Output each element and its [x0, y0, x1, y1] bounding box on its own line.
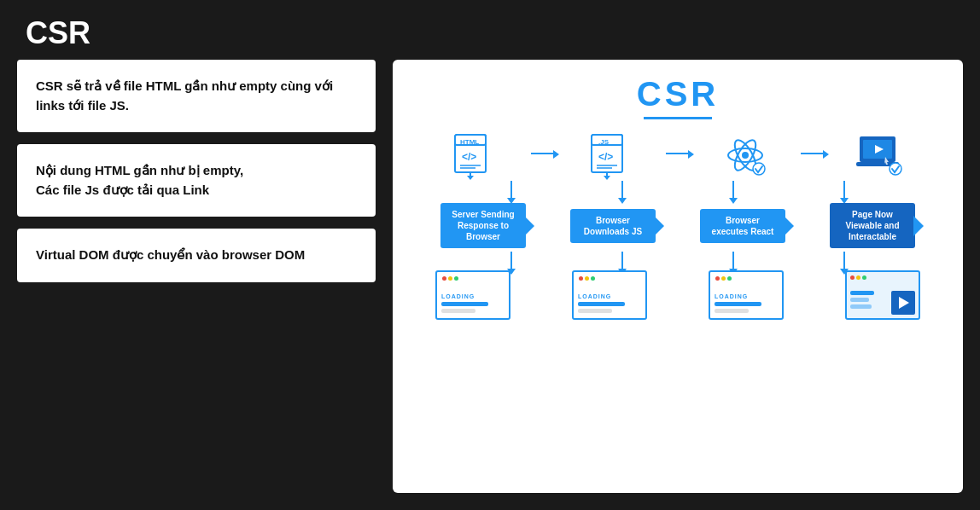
info-card-1: CSR sẽ trả về file HTML gần như empty cù… — [17, 60, 376, 132]
down-arrow-6 — [621, 252, 623, 270]
dot-red-1 — [442, 276, 446, 281]
dot-red-2 — [579, 276, 583, 281]
down-arrows-row2 — [401, 252, 954, 270]
loading-bars-2: LOADING — [578, 292, 641, 313]
final-dot-red — [850, 275, 855, 280]
dot-green-1 — [454, 276, 458, 281]
final-box — [845, 270, 920, 320]
final-col — [827, 270, 938, 320]
loading-box-2: LOADING — [572, 270, 647, 320]
diagram-area: HTML </> .JS — [401, 133, 954, 320]
final-box-lines — [850, 291, 888, 309]
spacer2 — [567, 181, 678, 200]
down-arrow-7 — [732, 252, 734, 270]
step-box-4-text: Page Now Viewable and Interactable — [845, 210, 899, 241]
final-line-1 — [850, 291, 874, 295]
loading-bar-blue-1 — [441, 302, 488, 306]
loading-row: LOADING — [401, 270, 954, 320]
step-col-4: Page Now Viewable and Interactable — [817, 203, 928, 248]
loading-bar-blue-2 — [578, 302, 625, 306]
info-card-2-text: Nội dung HTML gần như bị empty,Các file … — [36, 163, 243, 197]
svg-marker-27 — [899, 297, 909, 309]
loading-box-3: LOADING — [709, 270, 784, 320]
left-panel: CSR sẽ trả về file HTML gần như empty cù… — [17, 60, 376, 493]
loading-col-2: LOADING — [554, 270, 665, 320]
step-box-4: Page Now Viewable and Interactable — [830, 203, 915, 248]
spacer5 — [456, 252, 567, 270]
dot-yellow-2 — [585, 276, 589, 281]
spacer8 — [789, 252, 900, 270]
icons-row: HTML </> .JS — [401, 133, 954, 181]
dot-green-2 — [591, 276, 595, 281]
final-box-dots — [850, 275, 915, 280]
icon-col-laptop — [825, 133, 936, 181]
loading-bars-1: LOADING — [441, 292, 505, 313]
icon-col-js: .JS </> — [555, 133, 666, 181]
down-arrow-5 — [510, 252, 512, 270]
spacer6 — [567, 252, 678, 270]
step-box-1: Server Sending Response to Browser — [440, 203, 526, 248]
step-col-2: Browser Downloads JS — [557, 209, 668, 243]
svg-text:HTML: HTML — [460, 138, 479, 146]
down-arrow-8 — [843, 252, 845, 270]
info-card-3-text: Virtual DOM được chuyển vào browser DOM — [36, 247, 305, 262]
spacer3 — [678, 181, 789, 200]
dot-yellow-3 — [721, 276, 726, 281]
dot-yellow-1 — [448, 276, 452, 281]
step-box-2: Browser Downloads JS — [570, 209, 656, 243]
final-line-2 — [850, 298, 869, 302]
arrow-h3 — [801, 153, 825, 154]
arrow-h2 — [666, 153, 690, 154]
svg-text:.JS: .JS — [598, 138, 610, 146]
icon-col-react — [690, 133, 801, 181]
final-dot-green — [862, 275, 866, 280]
info-card-1-text: CSR sẽ trả về file HTML gần như empty cù… — [36, 78, 333, 113]
final-box-content — [850, 291, 915, 315]
loading-box-1: LOADING — [435, 270, 510, 320]
arrow-h1 — [531, 153, 555, 154]
spacer7 — [678, 252, 789, 270]
loading-text-2: LOADING — [578, 293, 641, 299]
html-file-icon: HTML </> — [448, 133, 503, 181]
loading-bar-short-3 — [715, 309, 749, 313]
loading-bar-blue-3 — [715, 302, 761, 306]
svg-point-19 — [742, 152, 749, 159]
loading-bars-3: LOADING — [715, 292, 778, 313]
react-atom-icon — [718, 133, 773, 181]
loading-text-1: LOADING — [441, 293, 505, 299]
loading-dots-2 — [579, 276, 595, 281]
diagram-title: CSR — [637, 75, 719, 113]
down-arrow-4 — [843, 181, 845, 200]
step-box-3: Browser executes React — [700, 209, 785, 243]
main-content: CSR sẽ trả về file HTML gần như empty cù… — [0, 60, 980, 510]
loading-bar-short-1 — [441, 309, 475, 313]
step-col-3: Browser executes React — [687, 209, 798, 243]
svg-text:</>: </> — [462, 151, 476, 163]
loading-dots-3 — [715, 276, 732, 281]
loading-text-3: LOADING — [715, 293, 778, 299]
final-box-image — [891, 291, 915, 315]
info-card-3: Virtual DOM được chuyển vào browser DOM — [17, 229, 376, 282]
down-arrow-3 — [732, 181, 734, 200]
down-arrow-1 — [510, 181, 512, 200]
down-arrow-2 — [621, 181, 623, 200]
dot-green-3 — [727, 276, 732, 281]
icon-col-html: HTML </> — [420, 133, 531, 181]
svg-marker-15 — [604, 176, 610, 180]
laptop-icon — [853, 133, 907, 181]
loading-dots-1 — [442, 276, 458, 281]
svg-marker-7 — [467, 176, 474, 180]
diagram-title-underline — [644, 117, 712, 119]
loading-bar-short-2 — [578, 309, 612, 313]
svg-text:</>: </> — [598, 151, 613, 163]
js-file-icon: .JS </> — [583, 133, 638, 181]
final-dot-yellow — [856, 275, 860, 280]
page-title: CSR — [0, 0, 980, 60]
down-arrows-row — [401, 181, 954, 200]
step-col-1: Server Sending Response to Browser — [428, 203, 539, 248]
right-panel: CSR HTML </> — [393, 60, 963, 493]
final-line-3 — [850, 304, 872, 309]
loading-col-3: LOADING — [691, 270, 802, 320]
spacer1 — [456, 181, 567, 200]
steps-row: Server Sending Response to Browser Brows… — [401, 203, 954, 248]
